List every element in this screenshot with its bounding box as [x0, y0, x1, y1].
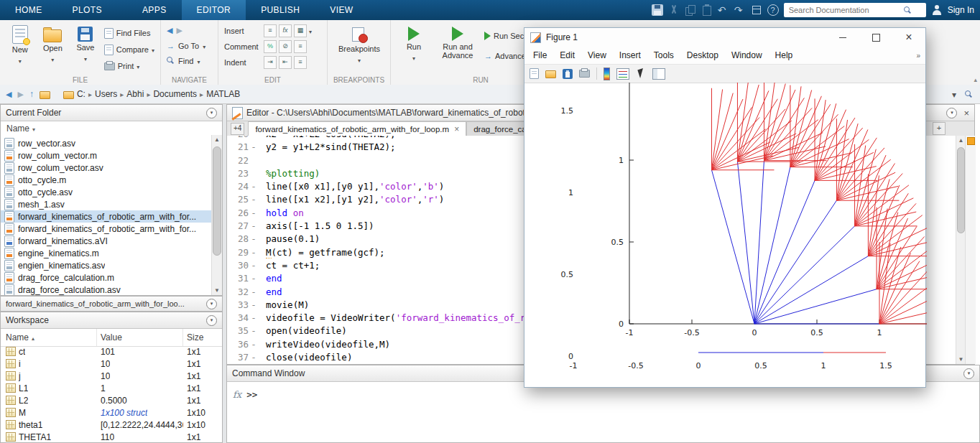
- variable-row[interactable]: j 10 1x1: [1, 370, 222, 382]
- breakpoint-gutter[interactable]: -: [249, 272, 259, 285]
- scroll-up-icon[interactable]: [212, 135, 222, 144]
- indent-right-icon[interactable]: [264, 56, 277, 69]
- details-expand-icon[interactable]: [206, 299, 217, 309]
- figure-title-bar[interactable]: Figure 1: [524, 28, 925, 47]
- address-dropdown-icon[interactable]: [952, 90, 956, 100]
- insert-legend-icon[interactable]: [616, 68, 629, 80]
- property-editor-icon[interactable]: [652, 68, 665, 80]
- save-button[interactable]: Save: [71, 23, 100, 73]
- ribbon-tab[interactable]: EDITOR: [182, 0, 246, 20]
- maximize-icon[interactable]: [859, 28, 892, 47]
- go-to-button[interactable]: Go To: [167, 38, 212, 53]
- folder-scrollbar[interactable]: [211, 135, 222, 295]
- scrollbar-thumb[interactable]: [957, 147, 965, 233]
- file-row[interactable]: forward_kinematics_of_robotic_arm_with_f…: [1, 210, 212, 223]
- breakpoint-gutter[interactable]: -: [249, 312, 259, 325]
- variable-row[interactable]: THETA1 110 1x1: [1, 431, 222, 442]
- insert-section-icon[interactable]: [264, 24, 277, 37]
- variable-row[interactable]: L2 0.5000 1x1: [1, 394, 222, 406]
- file-row[interactable]: row_colum_vector.m: [1, 149, 212, 162]
- switch-window-icon[interactable]: [751, 4, 762, 16]
- forward-arrow-icon[interactable]: [176, 26, 182, 35]
- browse-folder-icon[interactable]: [40, 91, 50, 99]
- code-text[interactable]: pause(0.1): [259, 233, 320, 246]
- sign-in-link[interactable]: Sign In: [948, 5, 974, 15]
- new-script-button[interactable]: New: [6, 23, 34, 73]
- breadcrumb-item[interactable]: Documents: [153, 89, 203, 99]
- panel-menu-icon[interactable]: [206, 108, 217, 118]
- open-button[interactable]: Open: [39, 23, 68, 73]
- insert-function-icon[interactable]: [279, 24, 292, 37]
- edit-plot-pointer-icon[interactable]: [636, 68, 646, 80]
- minimize-icon[interactable]: [826, 28, 859, 47]
- close-icon[interactable]: [892, 28, 925, 47]
- print-figure-icon[interactable]: [579, 70, 590, 78]
- run-and-advance-button[interactable]: Run and Advance: [435, 23, 480, 63]
- find-button[interactable]: Find: [167, 53, 212, 68]
- file-row[interactable]: forward_kinematics.aVI: [1, 235, 212, 247]
- file-row[interactable]: drag_force_calculation.asv: [1, 284, 212, 295]
- address-search-icon[interactable]: [965, 90, 973, 98]
- indent-left-icon[interactable]: [279, 56, 292, 69]
- ribbon-tab[interactable]: HOME: [0, 0, 57, 20]
- file-row[interactable]: engine_kinematics.m: [1, 247, 212, 259]
- ribbon-tab[interactable]: PUBLISH: [246, 0, 315, 20]
- file-row[interactable]: mesh_1.asv: [1, 198, 212, 210]
- code-text[interactable]: axis([-1 1.5 0 1.5]): [259, 220, 374, 233]
- ribbon-tab[interactable]: PLOTS: [57, 0, 117, 20]
- save-icon[interactable]: [652, 4, 663, 16]
- insert-colorbar-icon[interactable]: [604, 67, 610, 80]
- panel-menu-icon[interactable]: [206, 315, 217, 326]
- code-text[interactable]: [259, 154, 266, 167]
- paste-icon[interactable]: [701, 4, 713, 16]
- code-text[interactable]: hold on: [259, 207, 304, 220]
- panel-menu-icon[interactable]: [963, 368, 974, 379]
- insert-block-icon[interactable]: [294, 24, 307, 37]
- code-text[interactable]: y2 = y1+L2*sind(THETA2);: [259, 141, 396, 154]
- variable-row[interactable]: L1 1 1x1: [1, 382, 222, 394]
- breakpoint-gutter[interactable]: -: [249, 220, 259, 233]
- redo-icon[interactable]: [734, 4, 746, 16]
- file-row[interactable]: forward_kinematics_of_robotic_arm_with_f…: [1, 223, 212, 235]
- cut-icon[interactable]: [668, 4, 680, 16]
- undo-icon[interactable]: [718, 4, 729, 16]
- compare-button[interactable]: Compare: [104, 42, 154, 57]
- file-row[interactable]: otto_cycle.asv: [1, 186, 212, 198]
- file-row[interactable]: otto_cycle.m: [1, 174, 212, 186]
- breakpoints-button[interactable]: Breakpoints: [333, 23, 385, 65]
- figure-menu-item[interactable]: File: [533, 50, 547, 60]
- smart-indent-icon[interactable]: [294, 56, 307, 69]
- code-text[interactable]: M(ct) = getframe(gcf);: [259, 246, 385, 259]
- breadcrumb-item[interactable]: Users: [95, 89, 124, 99]
- warning-indicator[interactable]: [967, 137, 975, 145]
- file-row[interactable]: engien_kinematics.asv: [1, 259, 212, 271]
- editor-tab[interactable]: forward_kinematics_of_robotic_arm_with_f…: [248, 121, 466, 136]
- breakpoint-gutter[interactable]: -: [249, 136, 259, 141]
- figure-menu-item[interactable]: Tools: [654, 50, 674, 60]
- breakpoint-gutter[interactable]: -: [249, 246, 259, 259]
- breadcrumb-item[interactable]: MATLAB: [206, 89, 243, 99]
- file-row[interactable]: row_vector.asv: [1, 137, 212, 149]
- copy-icon[interactable]: [685, 4, 696, 16]
- figure-menu-item[interactable]: Insert: [619, 50, 641, 60]
- editor-scrollbar[interactable]: [956, 136, 966, 364]
- breakpoint-gutter[interactable]: [249, 154, 259, 167]
- help-icon[interactable]: [767, 4, 779, 16]
- breakpoint-gutter[interactable]: -: [249, 193, 259, 206]
- breadcrumb-item[interactable]: Abhi: [126, 89, 150, 99]
- run-button[interactable]: Run: [397, 23, 431, 63]
- folder-name-column-header[interactable]: Name: [1, 121, 222, 136]
- find-files-button[interactable]: Find Files: [104, 26, 154, 40]
- breakpoint-gutter[interactable]: -: [249, 141, 259, 154]
- forward-arrow-icon[interactable]: [17, 89, 23, 99]
- save-figure-icon[interactable]: [563, 69, 573, 79]
- breakpoint-gutter[interactable]: -: [249, 299, 259, 312]
- file-row[interactable]: row_colum_vector.asv: [1, 162, 212, 174]
- column-header-value[interactable]: Value: [97, 329, 183, 346]
- breakpoint-gutter[interactable]: -: [249, 338, 259, 351]
- new-figure-icon[interactable]: [530, 68, 539, 79]
- breakpoint-gutter[interactable]: -: [249, 325, 259, 337]
- search-input[interactable]: [787, 5, 904, 15]
- breakpoint-gutter[interactable]: -: [249, 180, 259, 193]
- code-text[interactable]: end: [259, 272, 282, 285]
